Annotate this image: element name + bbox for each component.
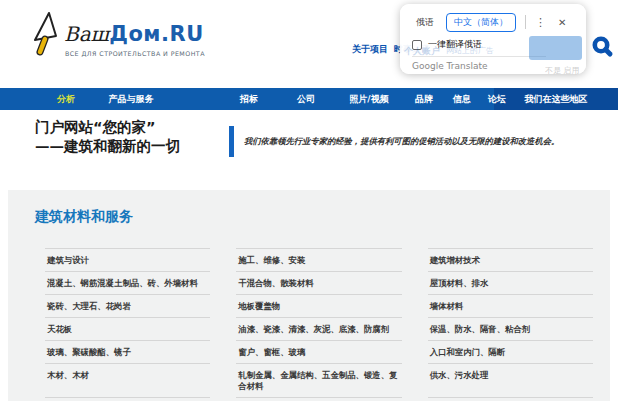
logo-tagline: ВСЕ ДЛЯ СТРОИТЕЛЬСТВА И РЕМОНТА: [65, 50, 205, 57]
catalog-heading: 建筑材料和服务: [35, 208, 133, 226]
popup-separator: [525, 15, 526, 29]
translate-target-tab[interactable]: 中文（简体）: [446, 13, 516, 32]
category-link[interactable]: 屋顶材料、排水: [428, 271, 593, 294]
category-link[interactable]: 施工、维修、安装: [236, 248, 401, 271]
header-submit-button-obscured[interactable]: [529, 36, 582, 60]
category-link[interactable]: 建筑与设计: [45, 248, 210, 271]
category-link[interactable]: 墙体材料: [428, 294, 593, 317]
header-link-about[interactable]: 关于项目: [352, 43, 388, 56]
category-link[interactable]: 油漆、瓷漆、清漆、灰泥、底漆、防腐剂: [236, 317, 401, 340]
category-link[interactable]: 管道、浴室、游泳池: [45, 397, 210, 401]
more-options-icon[interactable]: ⋮: [533, 16, 548, 29]
page-title-line1: 门户网站“您的家”: [35, 118, 180, 137]
hero-quote: 我们依靠领先行业专家的经验，提供有利可图的促销活动以及无限的建设和改造机会。: [244, 135, 579, 147]
nav-item-photos[interactable]: 照片/视频: [349, 88, 388, 110]
category-link[interactable]: 瓷砖、大理石、花岗岩: [45, 294, 210, 317]
nav-item-regions[interactable]: 我们在这些地区: [525, 88, 588, 110]
category-link[interactable]: 窗户、窗框、玻璃: [236, 340, 401, 363]
category-link[interactable]: 建筑增材技术: [428, 248, 593, 271]
logo-part-dom: Дом.RU: [109, 22, 204, 46]
category-link[interactable]: 通风和空调系统: [236, 397, 401, 401]
nav-item-brands[interactable]: 品牌: [415, 88, 433, 110]
category-link[interactable]: 玻璃、聚碳酸酯、镜子: [45, 340, 210, 363]
header-link-site-ads-obscured[interactable]: 网站上的广告: [446, 45, 494, 56]
close-icon[interactable]: ✕: [558, 17, 566, 28]
nav-item-analysis[interactable]: 分析: [57, 88, 75, 110]
category-link[interactable]: 干混合物、散装材料: [236, 271, 401, 294]
category-link[interactable]: 供水、污水处理: [428, 363, 593, 397]
main-nav: 分析 产品与服务 招标 公司 照片/视频 品牌 信息 论坛 我们在这些地区: [0, 88, 618, 110]
quote-accent-bar: [229, 126, 234, 157]
category-link[interactable]: 混凝土、钢筋混凝土制品、砖、外墙材料: [45, 271, 210, 294]
nav-item-info[interactable]: 信息: [453, 88, 471, 110]
page: ВашДом.RU ВСЕ ДЛЯ СТРОИТЕЛЬСТВА И РЕМОНТ…: [0, 0, 618, 401]
page-title-line2: ——建筑和翻新的一切: [35, 137, 180, 156]
nav-item-tenders[interactable]: 招标: [240, 88, 258, 110]
nav-item-products[interactable]: 产品与服务: [109, 88, 154, 110]
category-link[interactable]: 天花板: [45, 317, 210, 340]
category-link[interactable]: 轧制金属、金属结构、五金制品、锻造、复合材料: [236, 363, 401, 397]
site-logo[interactable]: ВашДом.RU: [64, 22, 204, 46]
nav-item-companies[interactable]: 公司: [297, 88, 315, 110]
catalog-panel: 建筑材料和服务 建筑与设计 施工、维修、安装 建筑增材技术 混凝土、钢筋混凝土制…: [8, 190, 610, 401]
search-icon[interactable]: [591, 35, 615, 59]
google-translate-brand: Google Translate: [412, 61, 487, 71]
category-link[interactable]: 保温、防水、隔音、粘合剂: [428, 317, 593, 340]
category-link[interactable]: 入口和室内门、隔断: [428, 340, 593, 363]
category-link[interactable]: 供暖和供气: [428, 397, 593, 401]
translate-source-tab[interactable]: 俄语: [410, 16, 440, 29]
trowel-icon: [32, 12, 64, 60]
category-link[interactable]: 地板覆盖物: [236, 294, 401, 317]
obscured-text: 不是 启用: [545, 65, 580, 76]
category-table: 建筑与设计 施工、维修、安装 建筑增材技术 混凝土、钢筋混凝土制品、砖、外墙材料…: [45, 248, 593, 401]
page-title: 门户网站“您的家” ——建筑和翻新的一切: [35, 118, 180, 156]
category-link[interactable]: 木材、木材: [45, 363, 210, 397]
logo-part-vash: Ваш: [64, 22, 109, 46]
header-link-account-obscured[interactable]: 个人账户: [404, 45, 440, 58]
nav-item-forum[interactable]: 论坛: [488, 88, 506, 110]
